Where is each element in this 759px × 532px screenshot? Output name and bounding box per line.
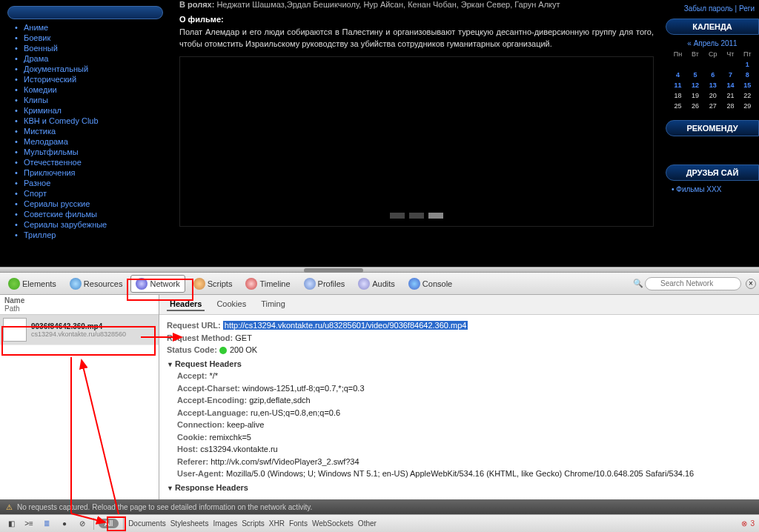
list-view-button[interactable]: ≣: [40, 518, 53, 530]
video-player[interactable]: [179, 56, 654, 227]
request-item[interactable]: 9036f84642.360.mp4 cs13294.vkontakte.ru/…: [0, 315, 159, 345]
calendar-day[interactable]: 22: [739, 90, 756, 101]
clear-button[interactable]: ⊘: [76, 518, 89, 530]
tab-timeline[interactable]: Timeline: [240, 275, 295, 293]
calendar-month[interactable]: « Апрель 2011: [669, 38, 756, 49]
sidebar-item[interactable]: Мелодрама: [15, 136, 170, 147]
filter-other[interactable]: Other: [358, 519, 377, 528]
sidebar-item[interactable]: Мультфильмы: [15, 147, 170, 157]
calendar-day[interactable]: 27: [703, 101, 722, 111]
status-bar: ⚠ No requests captured. Reload the page …: [0, 499, 759, 514]
tab-console[interactable]: Console: [403, 275, 457, 293]
tab-resources[interactable]: Resources: [64, 275, 128, 293]
console-toggle-button[interactable]: >≡: [22, 518, 36, 530]
dock-button[interactable]: ◧: [4, 518, 18, 530]
split-handle[interactable]: [0, 267, 759, 273]
sidebar-item[interactable]: Разное: [15, 178, 170, 188]
request-headers-section[interactable]: Request Headers: [167, 358, 752, 370]
filter-documents[interactable]: Documents: [128, 519, 166, 528]
calendar-day[interactable]: 29: [739, 101, 756, 111]
calendar-day[interactable]: [703, 59, 722, 70]
request-url[interactable]: http://cs13294.vkontakte.ru/u83285601/vi…: [223, 321, 468, 330]
sidebar-item[interactable]: Спорт: [15, 188, 170, 199]
header-row: Host: cs13294.vkontakte.ru: [177, 443, 752, 456]
tab-audits[interactable]: Audits: [353, 275, 400, 293]
sidebar-item[interactable]: Советские фильмы: [15, 209, 170, 219]
sidebar-item[interactable]: Мистика: [15, 126, 170, 136]
calendar-day[interactable]: 4: [669, 70, 687, 80]
sidebar-item[interactable]: Документальный: [15, 64, 170, 74]
sidebar-item[interactable]: Криминал: [15, 105, 170, 116]
devtools-tabs: Elements Resources Network Scripts Timel…: [0, 273, 759, 295]
calendar-day[interactable]: 21: [722, 90, 738, 101]
sidebar-item[interactable]: Триллер: [15, 230, 170, 240]
calendar-day[interactable]: 15: [739, 80, 756, 90]
error-counter[interactable]: ⊗3: [741, 519, 755, 528]
subtab-cookies[interactable]: Cookies: [213, 298, 249, 311]
calendar-day[interactable]: [669, 59, 687, 70]
forgot-password-link[interactable]: Забыл пароль | Реги: [666, 3, 759, 14]
calendar-day[interactable]: 19: [687, 90, 703, 101]
calendar-day[interactable]: 28: [722, 101, 738, 111]
request-detail: Headers Cookies Timing Request URL: http…: [159, 295, 759, 499]
calendar-day[interactable]: 20: [703, 90, 722, 101]
close-devtools-button[interactable]: ×: [746, 279, 756, 289]
elements-icon: [8, 278, 20, 290]
calendar-day[interactable]: 25: [669, 101, 687, 111]
subtab-timing[interactable]: Timing: [258, 298, 288, 311]
search-container: 🔍 ×: [633, 277, 756, 290]
friends-link[interactable]: • Фильмы XXX: [672, 185, 721, 193]
sidebar-item[interactable]: Приключения: [15, 167, 170, 178]
record-button[interactable]: ●: [58, 518, 71, 530]
calendar-day[interactable]: 18: [669, 90, 687, 101]
calendar-day[interactable]: [722, 59, 738, 70]
filter-scripts[interactable]: Scripts: [242, 519, 265, 528]
calendar-day[interactable]: 26: [687, 101, 703, 111]
header-row: Accept-Language: ru,en-US;q=0.8,en;q=0.6: [177, 407, 752, 419]
tab-scripts[interactable]: Scripts: [188, 275, 238, 293]
calendar-day[interactable]: 7: [722, 70, 738, 80]
timeline-icon: [245, 278, 257, 290]
calendar[interactable]: « Апрель 2011 ПнВтСрЧтПт1456781112131415…: [666, 36, 759, 116]
filter-xhr[interactable]: XHR: [269, 519, 285, 528]
sidebar-item[interactable]: Драма: [15, 53, 170, 64]
filter-images[interactable]: Images: [213, 519, 237, 528]
filter-fonts[interactable]: Fonts: [289, 519, 308, 528]
filter-stylesheets[interactable]: Stylesheets: [170, 519, 209, 528]
sidebar-item[interactable]: Аниме: [15, 22, 170, 33]
sidebar-item[interactable]: Боевик: [15, 33, 170, 43]
calendar-day[interactable]: [687, 59, 703, 70]
sidebar-item[interactable]: Исторический: [15, 74, 170, 84]
file-thumb-icon: [3, 318, 27, 342]
calendar-day[interactable]: 11: [669, 80, 687, 90]
calendar-day[interactable]: 12: [687, 80, 703, 90]
sidebar-item[interactable]: Сериалы русские: [15, 199, 170, 209]
subtab-headers[interactable]: Headers: [167, 298, 205, 311]
scripts-icon: [193, 278, 205, 290]
sidebar-item[interactable]: Сериалы зарубежные: [15, 219, 170, 230]
response-headers-section[interactable]: Response Headers: [167, 482, 752, 494]
request-list: NamePath 9036f84642.360.mp4 cs13294.vkon…: [0, 295, 159, 499]
tab-elements[interactable]: Elements: [3, 275, 62, 293]
calendar-day[interactable]: 8: [739, 70, 756, 80]
sidebar-item[interactable]: Военный: [15, 43, 170, 53]
filter-websockets[interactable]: WebSockets: [312, 519, 354, 528]
calendar-day[interactable]: 5: [687, 70, 703, 80]
calendar-day[interactable]: 13: [703, 80, 722, 90]
sidebar-item[interactable]: КВН и Comedy Club: [15, 116, 170, 126]
headers-content[interactable]: Request URL: http://cs13294.vkontakte.ru…: [159, 315, 759, 499]
devtools-footer: ◧ >≡ ≣ ● ⊘ All Documents Stylesheets Ima…: [0, 514, 759, 532]
sidebar-item[interactable]: Клипы: [15, 95, 170, 105]
calendar-day[interactable]: 1: [739, 59, 756, 70]
sidebar-item[interactable]: Комедии: [15, 84, 170, 95]
calendar-day[interactable]: 14: [722, 80, 738, 90]
sidebar-item[interactable]: Отечественное: [15, 157, 170, 167]
detail-subtabs: Headers Cookies Timing: [159, 295, 759, 315]
scroll-thumb[interactable]: [304, 268, 363, 273]
calendar-day[interactable]: 6: [703, 70, 722, 80]
tab-network[interactable]: Network: [130, 275, 185, 293]
filter-all[interactable]: All: [99, 519, 119, 528]
audits-icon: [358, 278, 370, 290]
search-input[interactable]: [645, 277, 741, 290]
tab-profiles[interactable]: Profiles: [299, 275, 351, 293]
